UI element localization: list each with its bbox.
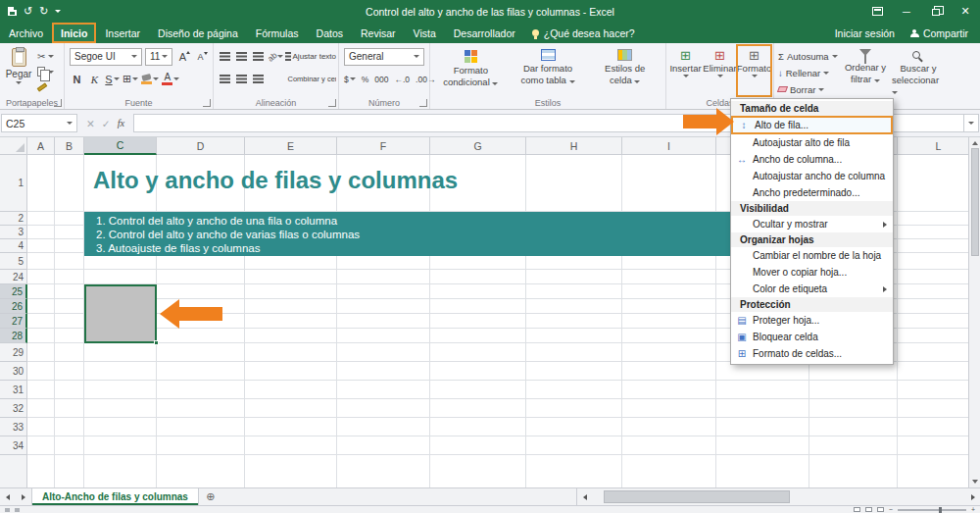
cell-b27[interactable]	[55, 314, 84, 329]
find-select-button[interactable]: Buscar y seleccionar	[892, 45, 945, 96]
scroll-right-icon[interactable]	[965, 494, 980, 500]
cell-h26[interactable]	[526, 299, 622, 314]
cell-a26[interactable]	[27, 299, 55, 314]
insert-cells-button[interactable]: ⊞ Insertar	[668, 45, 703, 96]
cell-a5[interactable]	[27, 253, 55, 270]
cell-f34[interactable]	[337, 436, 430, 455]
cell-d33[interactable]	[157, 418, 245, 436]
cell-k[interactable]	[809, 455, 898, 487]
cell-d29[interactable]	[157, 343, 245, 362]
cell-a2[interactable]	[27, 212, 55, 226]
menu-item-formato-de-celdas[interactable]: ⊞Formato de celdas...	[731, 345, 893, 362]
thousands-format-button[interactable]: 000	[374, 75, 388, 84]
cell-l27[interactable]	[898, 314, 968, 329]
tab-vista[interactable]: Vista	[405, 23, 445, 43]
cell-i30[interactable]	[622, 362, 716, 381]
normal-view-icon[interactable]	[854, 507, 860, 512]
tab-datos[interactable]: Datos	[308, 23, 352, 43]
zoom-out-icon[interactable]: −	[889, 506, 893, 513]
cell-d[interactable]	[157, 455, 245, 487]
cell-l26[interactable]	[898, 299, 968, 314]
cell-i33[interactable]	[622, 418, 716, 436]
tab-diseno-de-pagina[interactable]: Diseño de página	[149, 23, 247, 43]
cell-k32[interactable]	[809, 399, 898, 418]
cell-b26[interactable]	[55, 299, 84, 314]
cell-f33[interactable]	[337, 418, 430, 436]
cell-g29[interactable]	[430, 343, 526, 362]
cell-f32[interactable]	[337, 399, 430, 418]
cut-button[interactable]: ✂	[37, 50, 54, 62]
cell-a33[interactable]	[27, 418, 55, 436]
cell-e[interactable]	[245, 455, 337, 487]
wrap-text-button[interactable]: Ajustar texto	[285, 45, 336, 68]
cell-j[interactable]	[716, 455, 809, 487]
cell-d34[interactable]	[157, 436, 245, 455]
copy-button[interactable]	[37, 66, 54, 77]
tab-revisar[interactable]: Revisar	[352, 23, 405, 43]
cell-c32[interactable]	[84, 399, 157, 418]
cell-l30[interactable]	[898, 362, 968, 381]
cell-e24[interactable]	[245, 270, 337, 284]
cell-b34[interactable]	[55, 436, 84, 455]
tab-archivo[interactable]: Archivo	[0, 23, 52, 43]
cell-g33[interactable]	[430, 418, 526, 436]
restore-button[interactable]	[921, 0, 951, 23]
scroll-left-icon[interactable]	[577, 494, 592, 500]
cell-f26[interactable]	[337, 299, 430, 314]
cell-c24[interactable]	[84, 270, 157, 284]
horizontal-scrollbar[interactable]	[576, 488, 980, 505]
cell-l29[interactable]	[898, 343, 968, 362]
menu-item-ocultar-y-mostrar[interactable]: Ocultar y mostrar	[731, 216, 893, 232]
clear-button[interactable]: Borrar	[778, 82, 837, 96]
insert-function-button[interactable]: fx	[118, 118, 125, 128]
row-header-28[interactable]: 28	[0, 329, 27, 343]
cell-a32[interactable]	[27, 399, 55, 418]
page-break-view-icon[interactable]	[877, 507, 884, 512]
autosum-button[interactable]: ΣAutosuma	[778, 49, 837, 63]
cell-b2[interactable]	[55, 212, 84, 226]
number-dialog-launcher[interactable]	[419, 99, 427, 107]
font-name-select[interactable]: Segoe UI	[70, 48, 142, 66]
ribbon-display-options-button[interactable]	[862, 0, 892, 23]
menu-item-cambiar-el-nombre-de-la-hoja[interactable]: Cambiar el nombre de la hoja	[731, 247, 893, 264]
column-header-d[interactable]: D	[157, 137, 245, 155]
cell-l[interactable]	[898, 455, 968, 487]
cell-e32[interactable]	[245, 399, 337, 418]
cell-l33[interactable]	[898, 418, 968, 436]
increase-decimal-button[interactable]: ←.0	[394, 75, 410, 84]
menu-item-bloquear-celda[interactable]: ▣Bloquear celda	[731, 329, 893, 345]
cell-f31[interactable]	[337, 381, 430, 399]
cell-j32[interactable]	[716, 399, 809, 418]
cell-e26[interactable]	[245, 299, 337, 314]
cell-h25[interactable]	[526, 284, 622, 299]
cell-i29[interactable]	[622, 343, 716, 362]
number-format-select[interactable]: General	[344, 48, 424, 66]
cell-b28[interactable]	[55, 329, 84, 343]
column-header-e[interactable]: E	[245, 137, 337, 155]
sign-in-link[interactable]: Iniciar sesión	[835, 27, 895, 39]
cell-a34[interactable]	[27, 436, 55, 455]
cell-b1[interactable]	[55, 155, 84, 212]
cell-l24[interactable]	[898, 270, 968, 284]
cell-h[interactable]	[526, 455, 622, 487]
cell-a3[interactable]	[27, 226, 55, 239]
cell-f25[interactable]	[337, 284, 430, 299]
cell-j33[interactable]	[716, 418, 809, 436]
column-header-l[interactable]: L	[898, 137, 968, 155]
cell-d31[interactable]	[157, 381, 245, 399]
cell-h32[interactable]	[526, 399, 622, 418]
column-header-a[interactable]: A	[27, 137, 55, 155]
delete-cells-button[interactable]: ⊞ Eliminar	[703, 45, 737, 96]
cell-c29[interactable]	[84, 343, 157, 362]
fill-handle[interactable]	[154, 340, 159, 345]
cell-e27[interactable]	[245, 314, 337, 329]
cell-a25[interactable]	[27, 284, 55, 299]
cell-a30[interactable]	[27, 362, 55, 381]
horizontal-scroll-thumb[interactable]	[604, 490, 790, 503]
cell-i31[interactable]	[622, 381, 716, 399]
cell-c33[interactable]	[84, 418, 157, 436]
tab-inicio[interactable]: Inicio	[52, 23, 96, 43]
currency-format-button[interactable]: $	[344, 75, 356, 84]
cell-l5[interactable]	[898, 253, 968, 270]
cell-b25[interactable]	[55, 284, 84, 299]
